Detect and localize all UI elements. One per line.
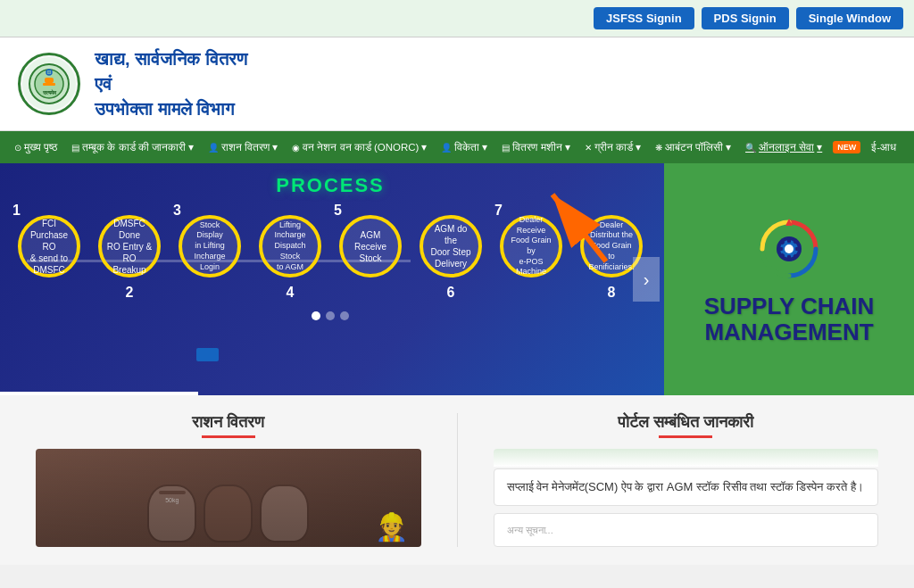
process-node-6: AGM do theDoor StepDelivery 6: [420, 215, 482, 285]
process-node-1: 1 FCIPurchase RO& send toDMSFC: [18, 215, 80, 285]
node-number-8: 8: [608, 285, 616, 301]
supply-chain-section: SUPPLY CHAIN MANAGEMENT: [664, 163, 914, 395]
svg-rect-14: [777, 247, 783, 251]
nav-online-service[interactable]: 🔍 ऑनलाइन सेवा ▾: [738, 134, 829, 161]
nav-onorc[interactable]: ◉ वन नेशन वन कार्ड (ONORC) ▾: [285, 134, 434, 161]
svg-rect-12: [787, 237, 791, 243]
seller-icon: 👤: [441, 143, 452, 153]
circle-icon: ◉: [292, 143, 300, 153]
process-area: PROCESS 1 FCIPurchase RO& send toDMSFC D…: [0, 163, 661, 395]
portal-info-faded: [494, 449, 879, 467]
chevron-down-icon: ▾: [565, 141, 570, 153]
svg-point-11: [785, 244, 794, 253]
process-node-2: DMSFC DoneRO Entry &RO Breakup 2: [98, 215, 161, 285]
top-bar: JSFSS Signin PDS Signin Single Window: [0, 0, 914, 37]
node-number-3: 3: [173, 203, 181, 219]
department-name: खाद्य, सार्वजनिक वितरण एवं उपभोक्ता मामल…: [95, 46, 247, 121]
process-node-7: 7 Dealer ReceiveFood Grain bye-POSMachin…: [500, 215, 562, 285]
svg-rect-2: [45, 78, 54, 83]
node-number-6: 6: [447, 285, 455, 301]
card-icon: ▤: [71, 143, 79, 153]
svg-rect-13: [787, 255, 791, 261]
node-circle-3: Stock Displayin LiftingInchargeLogin: [179, 215, 241, 277]
chevron-down-icon: ▾: [817, 141, 822, 153]
jsfss-signin-button[interactable]: JSFSS Signin: [594, 7, 694, 29]
portal-section: पोर्टल सम्बंधित जानकारी सप्लाई वेन मेनेज…: [494, 413, 879, 547]
banner-progress: [0, 392, 198, 395]
node-number-2: 2: [126, 285, 134, 301]
machine-icon: ▤: [502, 143, 510, 153]
node-circle-5: AGM ReceiveStock: [339, 215, 402, 277]
nav-ration-card[interactable]: ▤ तम्बूक के कार्ड की जानकारी ▾: [64, 134, 201, 161]
carousel-dots: [0, 311, 661, 320]
portal-section-title: पोर्टल सम्बंधित जानकारी: [494, 413, 879, 438]
cross-icon: ✕: [585, 143, 592, 153]
banner-next-button[interactable]: ›: [633, 257, 660, 302]
ration-section-title: राशन वितरण: [36, 413, 421, 438]
star-icon: ❋: [655, 143, 662, 153]
person-silhouette: 👷: [375, 511, 408, 542]
node-number-7: 7: [494, 203, 503, 219]
emblem-icon: सत्यमेव: [27, 62, 71, 106]
nav-eaadhar[interactable]: ई-आध: [864, 135, 903, 161]
header: सत्यमेव खाद्य, सार्वजनिक वितरण एवं उपभोक…: [0, 37, 914, 131]
node-circle-1: FCIPurchase RO& send toDMSFC: [18, 215, 80, 277]
ration-section: राशन वितरण 50kg 👷: [36, 413, 421, 547]
gear-icon: [753, 213, 825, 285]
banner: PROCESS 1 FCIPurchase RO& send toDMSFC D…: [0, 163, 914, 395]
process-node-5: 5 AGM ReceiveStock: [339, 215, 402, 285]
nav-seller[interactable]: 👤 विकेता ▾: [434, 134, 494, 161]
process-title: PROCESS: [0, 174, 661, 197]
supply-chain-gear: [753, 213, 825, 285]
node-number-1: 1: [12, 203, 21, 219]
node-circle-4: Lifting InchargeDispatch Stockto AGM: [259, 215, 321, 277]
nav-bar: ⊙ मुख्य पृष्ठ ▤ तम्बूक के कार्ड की जानका…: [0, 131, 914, 163]
blue-indicator: [196, 348, 219, 361]
dot-2[interactable]: [326, 311, 335, 320]
chevron-down-icon: ▾: [272, 141, 278, 153]
nav-dist-machine[interactable]: ▤ वितरण मशीन ▾: [494, 134, 577, 161]
dot-3[interactable]: [340, 311, 349, 320]
process-node-3: 3 Stock Displayin LiftingInchargeLogin: [179, 215, 241, 285]
search-icon: 🔍: [745, 143, 756, 153]
portal-info-box-1: सप्लाई वेन मेनेजमेंट(SCM) ऐप के द्वारा A…: [494, 468, 879, 506]
svg-text:सत्यमेव: सत्यमेव: [42, 89, 57, 95]
chevron-down-icon: ▾: [188, 141, 194, 153]
portal-info-box-2: अन्य सूचना...: [494, 513, 879, 548]
supply-chain-title: SUPPLY CHAIN MANAGEMENT: [704, 294, 875, 344]
node-number-4: 4: [287, 285, 295, 301]
node-number-5: 5: [334, 203, 342, 219]
process-nodes: 1 FCIPurchase RO& send toDMSFC DMSFC Don…: [0, 197, 661, 285]
single-window-button[interactable]: Single Window: [796, 7, 903, 29]
svg-rect-3: [43, 83, 55, 86]
dot-1[interactable]: [312, 311, 320, 320]
node-circle-2: DMSFC DoneRO Entry &RO Breakup: [98, 215, 161, 277]
section-divider: [457, 413, 458, 547]
nav-home[interactable]: ⊙ मुख्य पृष्ठ: [7, 135, 64, 161]
process-node-4: Lifting InchargeDispatch Stockto AGM 4: [259, 215, 321, 285]
nav-green-card[interactable]: ✕ ग्रीन कार्ड ▾: [577, 134, 648, 161]
ration-image: 50kg 👷: [36, 449, 421, 547]
content-area: राशन वितरण 50kg 👷 पोर्टल सम्बंधित जानकार…: [0, 395, 914, 565]
user-icon: 👤: [208, 143, 219, 153]
chevron-down-icon: ▾: [726, 141, 731, 153]
nav-allocation[interactable]: ❋ आबंटन पॉलिसी ▾: [648, 134, 738, 161]
spacer: [494, 506, 879, 513]
chevron-down-icon: ▾: [421, 141, 427, 153]
chevron-down-icon: ▾: [482, 141, 487, 153]
logo: सत्यमेव: [18, 53, 80, 115]
node-circle-6: AGM do theDoor StepDelivery: [420, 215, 482, 277]
chevron-down-icon: ▾: [636, 141, 641, 153]
nav-ration-dist[interactable]: 👤 राशन वितरण ▾: [201, 134, 285, 161]
home-icon: ⊙: [14, 143, 21, 153]
svg-rect-15: [795, 247, 801, 251]
node-circle-7: Dealer ReceiveFood Grain bye-POSMachine: [500, 215, 562, 277]
pds-signin-button[interactable]: PDS Signin: [702, 7, 789, 29]
new-badge: NEW: [833, 141, 860, 153]
